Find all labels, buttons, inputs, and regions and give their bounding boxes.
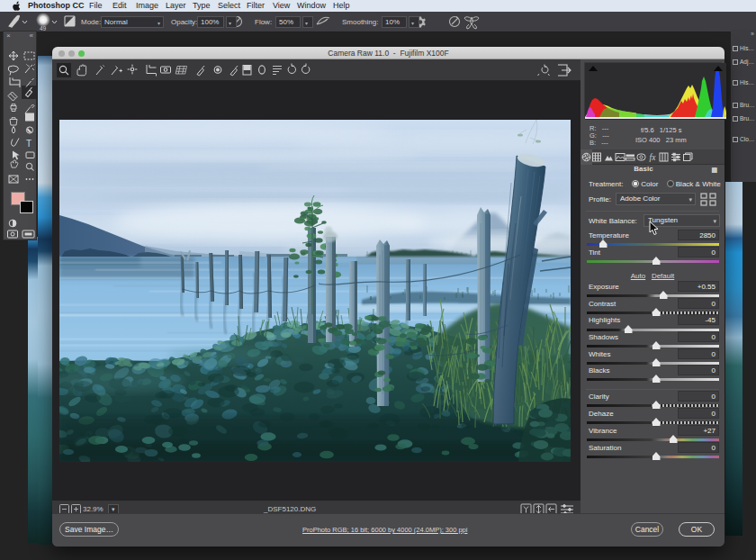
svg-text:Opacity:: Opacity: bbox=[171, 18, 197, 26]
svg-text:T: T bbox=[26, 139, 32, 149]
svg-text:Mode:: Mode: bbox=[81, 18, 101, 26]
svg-text:49: 49 bbox=[40, 25, 47, 32]
svg-text:Flow:: Flow: bbox=[255, 18, 272, 26]
svg-text:Smoothing:: Smoothing: bbox=[342, 18, 378, 26]
svg-text:fx: fx bbox=[650, 153, 657, 162]
